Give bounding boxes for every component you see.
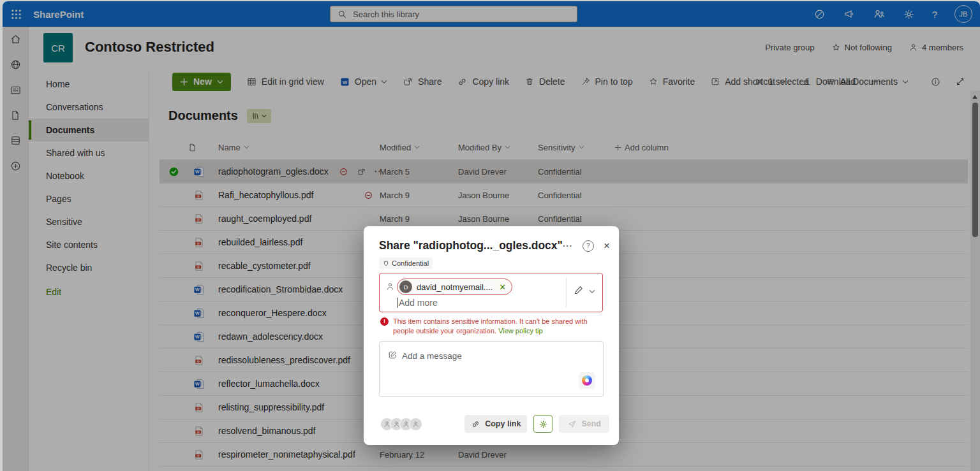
share-dialog: Share "radiophotog..._ogles.docx" ··· ? … xyxy=(364,226,619,445)
send-button[interactable]: Send xyxy=(559,415,609,433)
copilot-icon xyxy=(582,375,592,386)
screen: SharePoint Search this library ? JB xyxy=(0,0,980,471)
dlp-error-text: This item contains sensitive information… xyxy=(393,317,595,336)
dialog-close-button[interactable]: × xyxy=(604,240,610,252)
dlp-error: ! This item contains sensitive informati… xyxy=(380,317,595,336)
message-input[interactable]: Add a message xyxy=(379,341,604,397)
settings-gear-icon xyxy=(538,419,548,429)
dialog-help-button[interactable]: ? xyxy=(583,240,594,252)
alert-icon: ! xyxy=(380,317,389,326)
person-icon xyxy=(385,282,395,291)
sharepoint-window: SharePoint Search this library ? JB xyxy=(3,1,980,471)
chevron-down-icon[interactable] xyxy=(589,289,595,294)
copy-link-button[interactable]: Copy link xyxy=(464,415,527,433)
dialog-title: Share "radiophotog..._ogles.docx" xyxy=(379,239,563,252)
shared-with-avatars[interactable] xyxy=(380,417,422,431)
remove-recipient-icon[interactable]: ✕ xyxy=(499,282,506,292)
text-cursor xyxy=(397,298,397,308)
recipient-picker[interactable]: D david_notmyemail.... ✕ Add more xyxy=(379,273,603,312)
message-placeholder: Add a message xyxy=(402,351,462,361)
avatar xyxy=(409,417,422,431)
recipient-chip[interactable]: D david_notmyemail.... ✕ xyxy=(397,279,512,295)
view-policy-tip-link[interactable]: View policy tip xyxy=(498,327,543,335)
edit-permissions-icon[interactable] xyxy=(574,285,584,295)
link-icon xyxy=(471,419,480,429)
copilot-button[interactable] xyxy=(579,372,595,389)
dialog-more-button[interactable]: ··· xyxy=(563,241,573,250)
add-more-input[interactable]: Add more xyxy=(397,298,438,308)
share-settings-button[interactable] xyxy=(533,415,553,433)
send-icon xyxy=(567,419,577,429)
compose-icon xyxy=(387,350,397,360)
recipient-avatar: D xyxy=(399,280,412,293)
dialog-header: Share "radiophotog..._ogles.docx" ··· ? … xyxy=(379,239,607,252)
sensitivity-badge: Confidential xyxy=(379,257,433,269)
recipient-name: david_notmyemail.... xyxy=(417,282,493,292)
shield-icon xyxy=(383,260,389,267)
dialog-footer: Copy link Send xyxy=(379,415,609,434)
